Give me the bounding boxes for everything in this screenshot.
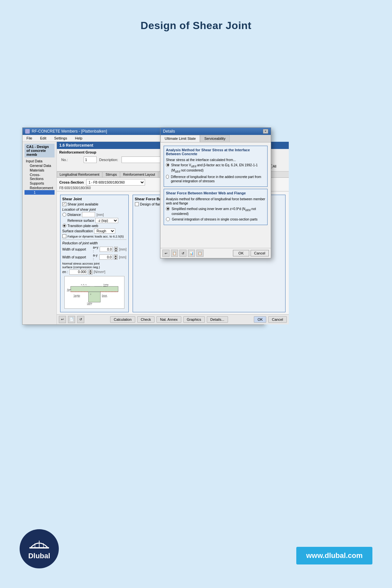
width-ay-row: Width of support a+y : ▲▼ [mm] <box>62 246 126 253</box>
cancel-btn[interactable]: Cancel <box>268 316 286 323</box>
toolbar-icon-2[interactable]: 📄 <box>68 316 75 323</box>
normal-stress-label: Normal stress accross jointsurface (comp… <box>62 262 126 269</box>
transition-row: Transition plate-web <box>62 224 126 228</box>
menu-file[interactable]: File <box>25 136 34 141</box>
tab-stirrups[interactable]: Stirrups <box>103 172 120 177</box>
dialog-ok-btn[interactable]: OK <box>233 250 249 256</box>
dialog-option4-radio[interactable] <box>166 217 170 221</box>
svg-text:plate web: plate web <box>74 296 80 298</box>
tree-cross-sections[interactable]: Cross-Sections <box>24 172 55 181</box>
tree-general-data[interactable]: General Data <box>24 163 55 168</box>
dialog-tab-uls[interactable]: Ultimate Limit State <box>160 135 200 142</box>
dialog-tool-4[interactable]: 📊 <box>188 250 195 257</box>
dialog-option2-radio[interactable] <box>166 175 169 179</box>
width-ay2-row: Width of support a-y : ▲▼ [mm] <box>62 253 126 261</box>
normal-stress-unit: [N/mm²] <box>94 270 106 274</box>
toolbar-icon-1[interactable]: ↩ <box>59 316 66 323</box>
width-ay2-row-label: Width of support <box>62 255 92 259</box>
transition-radio[interactable] <box>62 224 66 228</box>
left-panel-header[interactable]: CA1 - Design of concrete memb <box>24 144 55 157</box>
ay2-input[interactable] <box>99 254 112 260</box>
dialog-tool-2[interactable]: 📋 <box>171 250 178 257</box>
normal-stress-key: σn : <box>62 270 68 274</box>
distance-row: Distance [mm] <box>62 212 126 217</box>
normal-stress-spinner[interactable]: ▲▼ <box>89 270 92 275</box>
menu-settings[interactable]: Settings <box>53 136 69 141</box>
ref-surface-row: Reference surface -z (top) <box>62 218 126 223</box>
svg-text:joint: joint <box>67 290 70 292</box>
ref-surface-label: Reference surface <box>68 219 94 222</box>
no-input[interactable] <box>84 156 97 163</box>
distance-unit: [mm] <box>96 213 104 217</box>
menu-help[interactable]: Help <box>74 136 84 141</box>
location-label: Location of shear joint <box>62 207 126 211</box>
ay-spinner[interactable]: ▲▼ <box>114 247 118 252</box>
calc-btn[interactable]: Calculation <box>110 316 135 323</box>
left-panel: CA1 - Design of concrete memb Input Data… <box>23 142 57 324</box>
tab-longitudinal[interactable]: Longitudinal Reinforcement <box>57 172 103 177</box>
surface-class-select[interactable]: Rough <box>94 228 115 234</box>
tab-layout[interactable]: Reinforcement Layout <box>120 172 158 177</box>
tree-reinforcement-1[interactable]: 1 <box>24 190 55 195</box>
tree-materials[interactable]: Materials <box>24 168 55 172</box>
app-icon <box>25 129 30 134</box>
fatigue-label: Fatigue or dynamic loads acc. to 6.2.5(5… <box>68 235 124 238</box>
ay2-unit: [mm] <box>119 255 126 259</box>
fatigue-row: Fatigue or dynamic loads acc. to 6.2.5(5… <box>62 234 126 238</box>
ref-surface-select[interactable]: -z (top) <box>95 218 118 223</box>
shear-diagram-svg: Shear joint -y Casting zone 2 a₊ b₊ a₋ P… <box>65 276 124 308</box>
dialog-option3-label: Simplified method using inner lever arm … <box>172 207 265 216</box>
dialog-cancel-btn[interactable]: Cancel <box>251 250 269 256</box>
dialog-tab-serviceability[interactable]: Serviceability <box>200 135 230 142</box>
cross-section-label: Cross-Section <box>59 180 84 184</box>
tree-reinforcement[interactable]: Reinforcement <box>24 186 55 190</box>
logo-circle: Dlubal <box>20 529 59 568</box>
dialog-close-btn[interactable]: ✕ <box>263 129 268 134</box>
dialog-tool-5[interactable]: 📋 <box>196 250 204 257</box>
normal-stress-input[interactable] <box>69 270 87 275</box>
transition-label: Transition plate-web <box>68 224 98 228</box>
shear-joint-title: Shear Joint <box>62 197 126 201</box>
dialog-section-2: Shear Force Between Member Web and Flang… <box>164 189 268 225</box>
flange-design-checkbox[interactable] <box>135 202 139 206</box>
title-bar-left: RF-CONCRETE Members - [Plattenbalken] <box>25 129 107 134</box>
dialog-tool-1[interactable]: ↩ <box>162 250 170 257</box>
website-url: www.dlubal.com <box>306 551 363 560</box>
ay-key: a+y : <box>93 246 98 253</box>
dialog-title: Details <box>163 129 175 134</box>
reduction-label: Reduction of joint width <box>62 241 126 245</box>
tree-supports[interactable]: Supports <box>24 181 55 186</box>
dialog-option1-label: Shear force VΔEd and β-factor acc to Eq.… <box>171 163 265 173</box>
fatigue-checkbox[interactable] <box>62 234 66 238</box>
check-btn[interactable]: Check <box>137 316 155 323</box>
dialog-section2-intro: Analysis method for difference of longit… <box>166 197 265 205</box>
ay2-key: a-y : <box>93 253 98 261</box>
ay2-spinner[interactable]: ▲▼ <box>114 254 118 260</box>
menu-edit[interactable]: Edit <box>39 136 48 141</box>
svg-rect-0 <box>71 286 118 292</box>
desc-label: Description: <box>99 158 119 162</box>
logo-text: Dlubal <box>28 552 50 560</box>
distance-input[interactable] <box>82 212 95 217</box>
tree-input-data[interactable]: Input Data <box>24 159 55 163</box>
ay-input[interactable] <box>100 247 113 252</box>
shear-joint-diagram: Shear joint -y Casting zone 2 a₊ b₊ a₋ P… <box>64 276 124 309</box>
dialog-option4-row: General integration of stresses in singl… <box>166 217 265 221</box>
details-btn[interactable]: Details... <box>207 316 228 323</box>
svg-text:a₊ b₊ a₋: a₊ b₊ a₋ <box>81 284 87 286</box>
distance-radio[interactable] <box>62 213 66 217</box>
dialog-tool-3[interactable]: ↺ <box>179 250 187 257</box>
ok-btn[interactable]: OK <box>254 316 266 323</box>
nat-annex-btn[interactable]: Nat. Annex <box>156 316 181 323</box>
shear-available-checkbox[interactable] <box>62 202 66 206</box>
dialog-option1-radio[interactable] <box>166 163 169 167</box>
dialog-option3-radio[interactable] <box>166 207 170 211</box>
dialog-section-1: Analysis Method for Shear Stress at the … <box>164 146 268 187</box>
page-title: Design of Shear Joint <box>0 0 392 32</box>
cross-section-dropdown[interactable]: 1 - FB 600/1500/180/360 <box>86 179 145 186</box>
surface-class-row: Surface classification Rough <box>62 228 126 234</box>
graphics-btn[interactable]: Graphics <box>183 316 205 323</box>
toolbar-icon-3[interactable]: ↺ <box>77 316 84 323</box>
bottom-toolbar: ↩ 📄 ↺ Calculation Check Nat. Annex Graph… <box>57 314 289 324</box>
dialog-empty-area <box>162 227 270 247</box>
